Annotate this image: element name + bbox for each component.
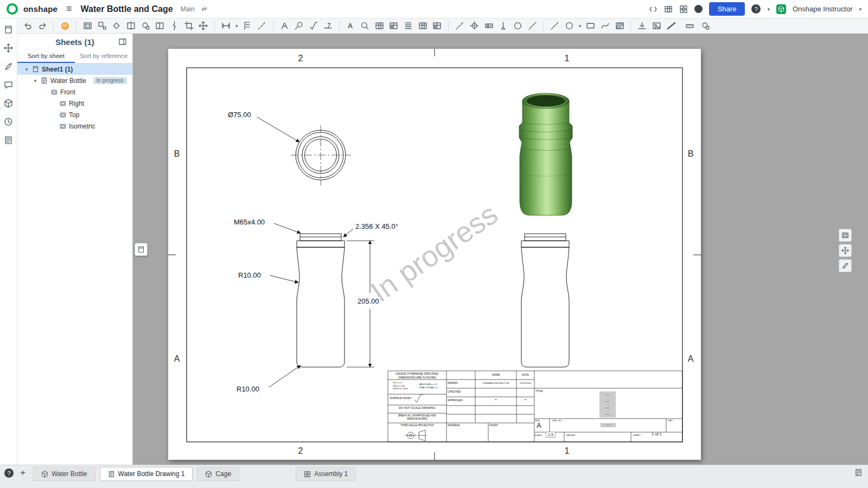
detail-view-button[interactable] (141, 20, 151, 31)
workspaces-icon[interactable] (679, 5, 688, 14)
find-annotation-button[interactable] (360, 20, 370, 31)
tree-item-water-bottle[interactable]: ▾ Water Bottle In progress (17, 75, 132, 86)
auxiliary-view-button[interactable] (111, 20, 122, 31)
sketch-line-button[interactable] (550, 20, 560, 31)
circle-caret-icon[interactable]: ▾ (579, 23, 582, 29)
help-caret-icon[interactable]: ▾ (767, 7, 770, 12)
revision-table-button[interactable] (418, 20, 428, 31)
tab-sort-by-reference[interactable]: Sort by reference (75, 50, 132, 63)
user-caret-icon[interactable]: ▾ (859, 7, 861, 12)
dimension-radius-upper[interactable]: R10.00 (238, 271, 261, 279)
insert-view-button[interactable] (82, 20, 93, 31)
user-name[interactable]: Onshape Instructor (793, 5, 853, 13)
centerline-button[interactable] (455, 20, 465, 31)
dimension-chamfer[interactable]: 2.356 X 45.0° (355, 222, 398, 230)
feature-script-icon[interactable] (649, 5, 658, 14)
weld-symbol-button[interactable] (323, 20, 333, 31)
dimension-caret-icon[interactable]: ▾ (235, 23, 238, 29)
tab-water-bottle-drawing-1[interactable]: Water Bottle Drawing 1 (100, 467, 193, 481)
ordinate-dimension-button[interactable] (242, 20, 252, 31)
section-properties-button[interactable] (700, 20, 711, 31)
hole-table-button[interactable] (389, 20, 399, 31)
properties-panel-icon[interactable] (3, 134, 14, 146)
app-store-icon[interactable] (664, 5, 673, 14)
surface-finish-button[interactable] (308, 20, 318, 31)
center-mark-button[interactable] (469, 20, 480, 31)
broken-view-button[interactable] (155, 20, 165, 31)
table-button[interactable] (374, 20, 385, 31)
parts-panel-icon[interactable] (3, 98, 14, 109)
dimension-thread[interactable]: M65x4.00 (234, 218, 265, 226)
sketch-spline-button[interactable] (600, 20, 610, 31)
section-view-button[interactable] (126, 20, 136, 31)
geometric-tolerance-button[interactable] (484, 20, 494, 31)
crop-view-button[interactable] (184, 20, 194, 31)
measure-button[interactable] (685, 20, 695, 31)
tree-item-view-front[interactable]: Front (17, 86, 132, 98)
line-format-button[interactable] (666, 20, 676, 31)
sketch-rectangle-button[interactable] (585, 20, 596, 31)
dimension-radius-lower[interactable]: R10.00 (237, 385, 259, 393)
workspace-name[interactable]: Main (181, 5, 195, 13)
tab-cage[interactable]: Cage (197, 467, 239, 481)
dimension-button[interactable] (221, 20, 231, 31)
styles-panel-icon[interactable] (3, 61, 14, 72)
callout-button[interactable] (293, 20, 304, 31)
tree-item-sheet1[interactable]: ▾ Sheet1 (1) (17, 63, 132, 75)
history-panel-icon[interactable] (3, 116, 14, 127)
tb-scale-value[interactable]: 1:3 (546, 432, 556, 438)
pan-tool[interactable] (839, 244, 852, 257)
help-button[interactable]: ? (751, 4, 761, 14)
tree-item-view-top[interactable]: Top (17, 109, 132, 120)
dimension-diameter[interactable]: Ø75.00 (228, 111, 251, 119)
chevron-down-icon[interactable]: ▾ (33, 78, 38, 84)
chamfer-dimension-button[interactable] (257, 20, 267, 31)
tab-water-bottle[interactable]: Water Bottle (33, 467, 95, 481)
tree-item-label: Water Bottle (50, 77, 86, 85)
document-menu-icon[interactable]: ≡ (66, 3, 72, 15)
tb-third-angle: THIRD ANGLE PROJECTION (388, 424, 446, 427)
hole-callout-button[interactable] (513, 20, 523, 31)
onshape-logo-text[interactable]: onshape (23, 4, 58, 14)
edit-tool[interactable] (839, 259, 852, 272)
tab-sort-by-sheet[interactable]: Sort by sheet (17, 50, 75, 63)
dimension-height[interactable]: 205.00 (356, 297, 380, 305)
add-tab-button[interactable]: + (20, 467, 25, 478)
share-link-icon[interactable] (200, 5, 208, 13)
datum-button[interactable] (498, 20, 508, 31)
sheets-panel-icon[interactable] (3, 24, 14, 35)
projected-view-button[interactable] (97, 20, 107, 31)
dock-panel-icon[interactable] (118, 37, 127, 48)
update-views-button[interactable]: ⟳ (60, 20, 70, 31)
redo-button[interactable] (37, 20, 48, 31)
text-button[interactable] (346, 20, 356, 31)
tree-item-view-isometric[interactable]: Isometric (17, 120, 132, 132)
tree-item-view-right[interactable]: Right (17, 98, 132, 109)
comments-panel-icon[interactable] (3, 79, 14, 91)
tab-manager-button[interactable] (853, 467, 864, 478)
sheet-flyout-button[interactable] (135, 243, 148, 256)
share-button[interactable]: Share (709, 2, 745, 16)
onshape-logo-icon[interactable] (7, 3, 18, 15)
chevron-down-icon[interactable]: ▾ (24, 67, 29, 72)
user-avatar[interactable] (776, 4, 786, 14)
drawing-canvas[interactable]: 2 1 2 1 B A B A In progress Ø75.00 M65x4… (133, 34, 868, 465)
sketch-circle-button[interactable] (564, 20, 575, 31)
hatch-button[interactable] (615, 20, 625, 31)
bom-table-button[interactable] (403, 20, 413, 31)
undo-button[interactable] (23, 20, 33, 31)
view-display-tool[interactable] (839, 229, 852, 242)
export-dxf-button[interactable] (637, 20, 647, 31)
cut-list-button[interactable] (432, 20, 443, 31)
tab-assembly-1[interactable]: Assembly 1 (296, 467, 356, 481)
bottom-help-button[interactable]: ? (4, 468, 14, 478)
move-tool-icon[interactable] (3, 42, 14, 54)
notifications-icon[interactable] (694, 5, 703, 13)
break-line-button[interactable] (169, 20, 180, 31)
tab-label: Cage (215, 470, 231, 478)
drawing-sheet[interactable]: 2 1 2 1 B A B A In progress Ø75.00 M65x4… (168, 49, 701, 460)
insert-image-button[interactable] (652, 20, 662, 31)
leader-button[interactable] (527, 20, 538, 31)
note-button[interactable] (279, 20, 290, 31)
move-view-button[interactable] (199, 20, 209, 31)
